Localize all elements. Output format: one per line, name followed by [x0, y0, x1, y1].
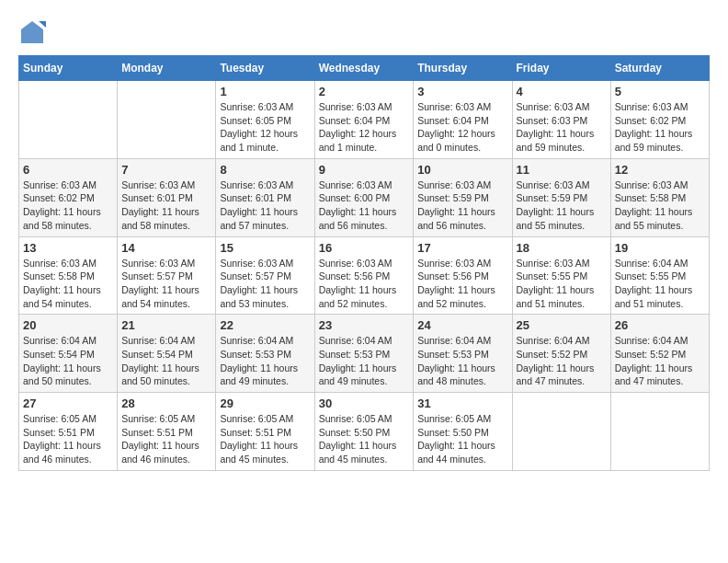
day-number: 30	[319, 396, 410, 410]
day-number: 20	[23, 318, 113, 332]
day-info: Sunrise: 6:04 AM Sunset: 5:53 PM Dayligh…	[417, 334, 507, 388]
day-number: 28	[121, 396, 211, 410]
header-friday: Friday	[512, 56, 610, 81]
header-sunday: Sunday	[19, 56, 118, 81]
calendar-week-5: 27Sunrise: 6:05 AM Sunset: 5:51 PM Dayli…	[19, 393, 710, 471]
day-number: 25	[517, 318, 607, 332]
day-info: Sunrise: 6:05 AM Sunset: 5:51 PM Dayligh…	[121, 412, 211, 466]
day-number: 8	[220, 163, 310, 177]
calendar-cell: 7Sunrise: 6:03 AM Sunset: 6:01 PM Daylig…	[118, 158, 216, 236]
day-number: 29	[220, 396, 310, 410]
day-info: Sunrise: 6:03 AM Sunset: 5:58 PM Dayligh…	[23, 257, 113, 311]
calendar-cell: 31Sunrise: 6:05 AM Sunset: 5:50 PM Dayli…	[414, 393, 512, 471]
svg-marker-1	[39, 21, 46, 28]
day-number: 21	[121, 318, 211, 332]
day-info: Sunrise: 6:03 AM Sunset: 5:56 PM Dayligh…	[319, 257, 410, 311]
day-number: 22	[220, 318, 310, 332]
calendar-cell: 3Sunrise: 6:03 AM Sunset: 6:04 PM Daylig…	[414, 81, 512, 159]
day-info: Sunrise: 6:03 AM Sunset: 5:58 PM Dayligh…	[615, 178, 705, 233]
day-number: 13	[23, 241, 113, 255]
logo	[18, 18, 50, 46]
calendar-cell: 16Sunrise: 6:03 AM Sunset: 5:56 PM Dayli…	[314, 236, 414, 315]
day-info: Sunrise: 6:03 AM Sunset: 6:02 PM Dayligh…	[615, 100, 705, 155]
day-number: 19	[615, 241, 705, 255]
day-number: 24	[417, 318, 507, 332]
day-number: 1	[220, 85, 310, 98]
day-number: 18	[517, 241, 607, 255]
calendar-cell: 12Sunrise: 6:03 AM Sunset: 5:58 PM Dayli…	[610, 158, 709, 236]
calendar-week-4: 20Sunrise: 6:04 AM Sunset: 5:54 PM Dayli…	[19, 315, 710, 393]
calendar-cell: 26Sunrise: 6:04 AM Sunset: 5:52 PM Dayli…	[610, 315, 709, 393]
day-number: 6	[23, 163, 113, 177]
page-header	[18, 18, 710, 46]
calendar-cell: 1Sunrise: 6:03 AM Sunset: 6:05 PM Daylig…	[216, 81, 314, 159]
calendar-cell	[118, 81, 216, 159]
day-info: Sunrise: 6:04 AM Sunset: 5:53 PM Dayligh…	[220, 334, 310, 388]
day-info: Sunrise: 6:03 AM Sunset: 6:01 PM Dayligh…	[220, 178, 310, 233]
calendar-cell: 13Sunrise: 6:03 AM Sunset: 5:58 PM Dayli…	[19, 236, 118, 315]
day-number: 23	[319, 318, 410, 332]
calendar-cell: 25Sunrise: 6:04 AM Sunset: 5:52 PM Dayli…	[512, 315, 610, 393]
calendar: SundayMondayTuesdayWednesdayThursdayFrid…	[18, 55, 710, 471]
calendar-cell: 10Sunrise: 6:03 AM Sunset: 5:59 PM Dayli…	[414, 158, 512, 236]
calendar-cell: 15Sunrise: 6:03 AM Sunset: 5:57 PM Dayli…	[216, 236, 314, 315]
calendar-week-1: 1Sunrise: 6:03 AM Sunset: 6:05 PM Daylig…	[19, 81, 710, 159]
day-info: Sunrise: 6:04 AM Sunset: 5:55 PM Dayligh…	[615, 257, 705, 311]
calendar-week-2: 6Sunrise: 6:03 AM Sunset: 6:02 PM Daylig…	[19, 158, 710, 236]
day-info: Sunrise: 6:04 AM Sunset: 5:52 PM Dayligh…	[517, 334, 607, 388]
day-info: Sunrise: 6:03 AM Sunset: 5:56 PM Dayligh…	[417, 257, 507, 311]
day-info: Sunrise: 6:05 AM Sunset: 5:51 PM Dayligh…	[220, 412, 310, 466]
calendar-cell: 22Sunrise: 6:04 AM Sunset: 5:53 PM Dayli…	[216, 315, 314, 393]
calendar-cell: 2Sunrise: 6:03 AM Sunset: 6:04 PM Daylig…	[314, 81, 414, 159]
day-info: Sunrise: 6:03 AM Sunset: 6:04 PM Dayligh…	[319, 100, 410, 155]
calendar-cell: 21Sunrise: 6:04 AM Sunset: 5:54 PM Dayli…	[118, 315, 216, 393]
day-number: 11	[517, 163, 607, 177]
calendar-cell: 24Sunrise: 6:04 AM Sunset: 5:53 PM Dayli…	[414, 315, 512, 393]
logo-icon	[18, 18, 46, 46]
calendar-cell: 29Sunrise: 6:05 AM Sunset: 5:51 PM Dayli…	[216, 393, 314, 471]
calendar-cell	[610, 393, 709, 471]
calendar-cell: 23Sunrise: 6:04 AM Sunset: 5:53 PM Dayli…	[314, 315, 414, 393]
day-number: 12	[615, 163, 705, 177]
day-info: Sunrise: 6:03 AM Sunset: 5:55 PM Dayligh…	[517, 257, 607, 311]
day-info: Sunrise: 6:04 AM Sunset: 5:52 PM Dayligh…	[615, 334, 705, 388]
calendar-cell: 17Sunrise: 6:03 AM Sunset: 5:56 PM Dayli…	[414, 236, 512, 315]
calendar-cell: 30Sunrise: 6:05 AM Sunset: 5:50 PM Dayli…	[314, 393, 414, 471]
day-number: 4	[517, 85, 607, 98]
day-number: 31	[417, 396, 507, 410]
day-info: Sunrise: 6:03 AM Sunset: 5:57 PM Dayligh…	[121, 257, 211, 311]
day-info: Sunrise: 6:04 AM Sunset: 5:54 PM Dayligh…	[23, 334, 113, 388]
day-info: Sunrise: 6:03 AM Sunset: 6:02 PM Dayligh…	[23, 178, 113, 233]
header-monday: Monday	[118, 56, 216, 81]
day-info: Sunrise: 6:04 AM Sunset: 5:54 PM Dayligh…	[121, 334, 211, 388]
svg-marker-0	[21, 21, 43, 43]
day-number: 27	[23, 396, 113, 410]
calendar-cell: 9Sunrise: 6:03 AM Sunset: 6:00 PM Daylig…	[314, 158, 414, 236]
calendar-cell: 5Sunrise: 6:03 AM Sunset: 6:02 PM Daylig…	[610, 81, 709, 159]
day-info: Sunrise: 6:03 AM Sunset: 5:59 PM Dayligh…	[517, 178, 607, 233]
calendar-cell	[19, 81, 118, 159]
calendar-cell: 6Sunrise: 6:03 AM Sunset: 6:02 PM Daylig…	[19, 158, 118, 236]
header-tuesday: Tuesday	[216, 56, 314, 81]
day-number: 5	[615, 85, 705, 98]
day-number: 2	[319, 85, 410, 98]
day-info: Sunrise: 6:03 AM Sunset: 5:59 PM Dayligh…	[417, 178, 507, 233]
calendar-cell: 4Sunrise: 6:03 AM Sunset: 6:03 PM Daylig…	[512, 81, 610, 159]
day-number: 7	[121, 163, 211, 177]
day-info: Sunrise: 6:03 AM Sunset: 6:04 PM Dayligh…	[417, 100, 507, 155]
day-info: Sunrise: 6:05 AM Sunset: 5:50 PM Dayligh…	[417, 412, 507, 466]
calendar-week-3: 13Sunrise: 6:03 AM Sunset: 5:58 PM Dayli…	[19, 236, 710, 315]
day-number: 10	[417, 163, 507, 177]
day-info: Sunrise: 6:05 AM Sunset: 5:50 PM Dayligh…	[319, 412, 410, 466]
day-number: 26	[615, 318, 705, 332]
calendar-cell: 18Sunrise: 6:03 AM Sunset: 5:55 PM Dayli…	[512, 236, 610, 315]
header-thursday: Thursday	[414, 56, 512, 81]
day-info: Sunrise: 6:03 AM Sunset: 6:00 PM Dayligh…	[319, 178, 410, 233]
day-number: 14	[121, 241, 211, 255]
day-number: 17	[417, 241, 507, 255]
day-info: Sunrise: 6:04 AM Sunset: 5:53 PM Dayligh…	[319, 334, 410, 388]
day-info: Sunrise: 6:03 AM Sunset: 5:57 PM Dayligh…	[220, 257, 310, 311]
calendar-header-row: SundayMondayTuesdayWednesdayThursdayFrid…	[19, 56, 710, 81]
day-number: 9	[319, 163, 410, 177]
day-info: Sunrise: 6:03 AM Sunset: 6:05 PM Dayligh…	[220, 100, 310, 155]
